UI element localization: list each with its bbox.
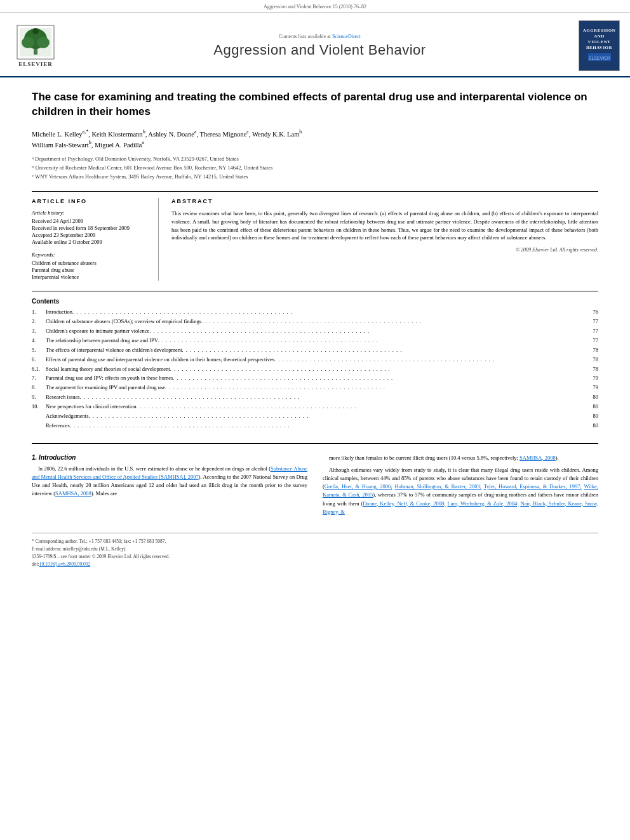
history-item: Received in revised form 18 September 20… — [32, 225, 149, 231]
svg-point-4 — [37, 37, 50, 48]
toc-row: 1.Introduction . . . . . . . . . . . . .… — [32, 309, 598, 317]
author-kelley: Michelle L. Kelley — [32, 130, 83, 137]
doi-line: doi:10.1016/j.avb.2009.09.002 — [32, 561, 598, 567]
keyword-item: Interparental violence — [32, 274, 149, 280]
affiliation-item: bUniversity of Rochester Medical Center,… — [32, 164, 598, 173]
journal-cover-image: AGGRESSIONANDVIOLENTBEHAVIOR ELSEVIER — [579, 20, 620, 71]
cover-decoration: ELSEVIER — [587, 51, 612, 63]
toc-row: 10.New perspectives for clinical interve… — [32, 403, 598, 411]
sciencedirect-anchor[interactable]: ScienceDirect — [332, 34, 361, 39]
body-col1-text: In 2006, 22.6 million individuals in the… — [32, 465, 307, 498]
svg-point-3 — [22, 37, 34, 48]
page-wrapper: Aggression and Violent Behavior 15 (2010… — [0, 0, 630, 582]
article-info-col: ARTICLE INFO Article history: Received 2… — [32, 198, 159, 281]
authors: Michelle L. Kelleya,*, Keith Klostermann… — [32, 128, 598, 150]
article-title: The case for examining and treating the … — [32, 90, 598, 119]
article-info-header: ARTICLE INFO — [32, 198, 149, 204]
doi-link[interactable]: 10.1016/j.avb.2009.09.002 — [39, 561, 91, 567]
issn-line: 1359-1789/$ – see front matter © 2009 El… — [32, 554, 598, 559]
page-footer: * Corresponding author. Tel.: +1 757 683… — [32, 533, 598, 567]
toc-row: 6.1.Social learning theory and theories … — [32, 366, 598, 374]
abstract-header: ABSTRACT — [171, 198, 598, 204]
body-col-right: more likely than females to be current i… — [323, 454, 598, 520]
history-item: Accepted 23 September 2009 — [32, 232, 149, 238]
svg-point-5 — [32, 28, 39, 34]
toc-row: 3.Children's exposure to intimate partne… — [32, 328, 598, 336]
abstract-text: This review examines what have been, to … — [171, 210, 598, 242]
cover-title: AGGRESSIONANDVIOLENTBEHAVIOR — [583, 28, 616, 51]
toc-row: Acknowledgements . . . . . . . . . . . .… — [32, 413, 598, 421]
sciencedirect-link: Contents lists available at ScienceDirec… — [69, 34, 571, 39]
toc-row: 7.Parental drug use and IPV; effects on … — [32, 375, 598, 383]
article-body: 1. Introduction In 2006, 22.6 million in… — [32, 443, 598, 520]
toc-row: 6.Effects of parental drug use and inter… — [32, 356, 598, 364]
body-col-left: 1. Introduction In 2006, 22.6 million in… — [32, 454, 307, 520]
elsevier-text: ELSEVIER — [18, 61, 53, 67]
journal-header: ELSEVIER Contents lists available at Sci… — [0, 15, 630, 77]
toc-row: 2.Children of substance abusers (COSAs);… — [32, 318, 598, 326]
section1-heading: 1. Introduction — [32, 454, 307, 461]
history-label: Article history: — [32, 210, 149, 216]
history-item: Available online 2 October 2009 — [32, 239, 149, 245]
toc-row: 9.Research issues . . . . . . . . . . . … — [32, 394, 598, 402]
article-history: Article history: Received 24 April 2009R… — [32, 210, 149, 245]
corresponding-note: * Corresponding author. Tel.: +1 757 683… — [32, 538, 598, 544]
keyword-item: Children of substance abusers — [32, 260, 149, 266]
journal-center: Contents lists available at ScienceDirec… — [69, 34, 571, 58]
abstract-col: ABSTRACT This review examines what have … — [171, 198, 598, 281]
keywords-list: Children of substance abusersParental dr… — [32, 260, 149, 280]
affiliation-item: aDepartment of Psychology, Old Dominion … — [32, 155, 598, 164]
toc-row: References . . . . . . . . . . . . . . .… — [32, 422, 598, 430]
keywords-section: Keywords: Children of substance abusersP… — [32, 251, 149, 280]
history-item: Received 24 April 2009 — [32, 218, 149, 224]
toc-row: 4.The relationship between parental drug… — [32, 337, 598, 345]
contents-header: Contents — [32, 298, 598, 305]
main-content: The case for examining and treating the … — [0, 77, 630, 582]
body-col2-text: more likely than females to be current i… — [323, 454, 598, 516]
journal-title: Aggression and Violent Behavior — [69, 42, 571, 58]
elsevier-tree-icon — [17, 25, 55, 60]
body-two-col: 1. Introduction In 2006, 22.6 million in… — [32, 454, 598, 520]
email-note: E-mail address: mkelley@odu.edu (M.L. Ke… — [32, 546, 598, 552]
history-items: Received 24 April 2009Received in revise… — [32, 218, 149, 245]
copyright-line: © 2009 Elsevier Ltd. All rights reserved… — [171, 247, 598, 253]
affiliation-item: cWNY Veterans Affairs Healthcare System,… — [32, 173, 598, 182]
elsevier-logo: ELSEVIER — [10, 25, 61, 67]
article-info-abstract: ARTICLE INFO Article history: Received 2… — [32, 191, 598, 281]
contents-section: Contents 1.Introduction . . . . . . . . … — [32, 291, 598, 430]
toc-row: 8.The argument for examining IPV and par… — [32, 384, 598, 392]
svg-text:ELSEVIER: ELSEVIER — [588, 56, 610, 60]
keyword-item: Parental drug abuse — [32, 267, 149, 273]
journal-top-bar: Aggression and Violent Behavior 15 (2010… — [0, 0, 630, 13]
keywords-label: Keywords: — [32, 251, 149, 258]
journal-citation: Aggression and Violent Behavior 15 (2010… — [264, 4, 366, 10]
toc-table: 1.Introduction . . . . . . . . . . . . .… — [32, 309, 598, 430]
toc-row: 5.The effects of interparental violence … — [32, 347, 598, 355]
affiliations: aDepartment of Psychology, Old Dominion … — [32, 155, 598, 181]
